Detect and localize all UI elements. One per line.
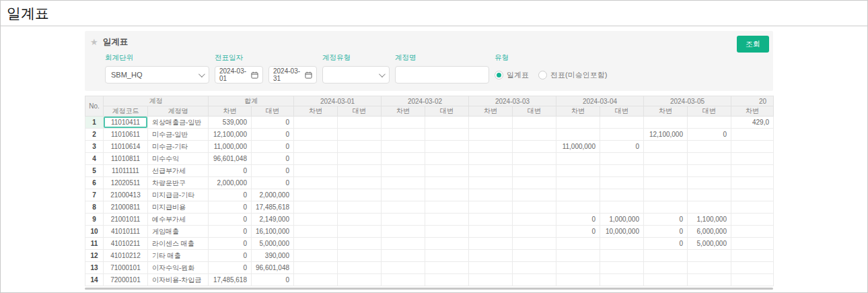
table-cell[interactable] xyxy=(600,238,644,250)
table-cell[interactable] xyxy=(294,117,338,129)
table-cell[interactable]: 미지급비용 xyxy=(148,201,209,214)
table-cell[interactable] xyxy=(294,226,338,238)
table-cell[interactable] xyxy=(338,226,382,238)
table-cell[interactable] xyxy=(513,129,556,141)
table-cell[interactable] xyxy=(382,165,425,177)
table-cell[interactable]: 12020511 xyxy=(104,177,148,189)
table-cell[interactable] xyxy=(688,274,731,286)
table-cell[interactable] xyxy=(556,262,600,274)
table-cell[interactable]: 11,000,000 xyxy=(556,141,600,153)
table-cell[interactable] xyxy=(644,141,688,153)
table-cell[interactable] xyxy=(294,238,338,250)
type-option-daily[interactable]: 일계표 xyxy=(495,70,529,80)
table-cell[interactable] xyxy=(688,177,731,189)
table-cell[interactable]: 2,000,000 xyxy=(252,189,294,201)
table-cell[interactable] xyxy=(688,262,731,274)
table-cell[interactable] xyxy=(338,274,382,286)
table-cell[interactable] xyxy=(338,250,382,262)
table-cell[interactable] xyxy=(469,153,513,165)
table-cell[interactable] xyxy=(338,189,382,201)
type-option-voucher[interactable]: 전표(미승인포함) xyxy=(538,70,607,80)
table-cell[interactable]: 71000101 xyxy=(104,262,148,274)
table-cell[interactable]: 0 xyxy=(644,214,688,226)
table-cell[interactable]: 72000101 xyxy=(104,274,148,286)
table-cell[interactable] xyxy=(644,250,688,262)
table-cell[interactable] xyxy=(338,262,382,274)
table-cell[interactable] xyxy=(513,141,556,153)
table-cell[interactable] xyxy=(425,262,469,274)
table-cell[interactable] xyxy=(731,189,774,201)
table-cell[interactable] xyxy=(688,189,731,201)
table-cell[interactable]: 0 xyxy=(252,141,294,153)
table-cell[interactable]: 차량운반구 xyxy=(148,177,209,189)
table-cell[interactable]: 미지급금-기타 xyxy=(148,189,209,201)
table-cell[interactable] xyxy=(425,226,469,238)
table-cell[interactable]: 0 xyxy=(209,214,252,226)
table-cell[interactable] xyxy=(425,129,469,141)
table-cell[interactable]: 0 xyxy=(209,201,252,214)
table-cell[interactable] xyxy=(338,177,382,189)
table-cell[interactable] xyxy=(513,165,556,177)
row-number-cell[interactable]: 7 xyxy=(85,189,104,201)
table-cell[interactable] xyxy=(469,214,513,226)
table-cell[interactable] xyxy=(382,117,425,129)
table-cell[interactable] xyxy=(556,117,600,129)
table-cell[interactable]: 미수수익 xyxy=(148,153,209,165)
horizontal-scrollbar[interactable] xyxy=(85,288,773,290)
table-cell[interactable] xyxy=(600,189,644,201)
table-cell[interactable] xyxy=(513,262,556,274)
table-cell[interactable] xyxy=(513,226,556,238)
table-cell[interactable] xyxy=(731,250,774,262)
table-cell[interactable]: 539,000 xyxy=(209,117,252,129)
table-cell[interactable] xyxy=(644,117,688,129)
table-cell[interactable]: 11010611 xyxy=(104,129,148,141)
table-cell[interactable] xyxy=(425,201,469,214)
table-cell[interactable] xyxy=(513,177,556,189)
table-cell[interactable] xyxy=(469,262,513,274)
table-cell[interactable] xyxy=(294,214,338,226)
table-cell[interactable] xyxy=(600,129,644,141)
table-cell[interactable]: 미수금-일반 xyxy=(148,129,209,141)
table-cell[interactable] xyxy=(600,117,644,129)
table-cell[interactable] xyxy=(600,177,644,189)
favorite-star-icon[interactable]: ★ xyxy=(90,37,98,47)
table-cell[interactable]: 41010212 xyxy=(104,250,148,262)
table-cell[interactable]: 0 xyxy=(644,238,688,250)
table-cell[interactable]: 0 xyxy=(209,262,252,274)
table-cell[interactable] xyxy=(382,214,425,226)
table-cell[interactable] xyxy=(469,274,513,286)
table-cell[interactable] xyxy=(644,177,688,189)
row-number-cell[interactable]: 9 xyxy=(85,214,104,226)
table-cell[interactable]: 이자비용-차입금 xyxy=(148,274,209,286)
table-cell[interactable] xyxy=(688,141,731,153)
table-cell[interactable] xyxy=(731,201,774,214)
table-cell[interactable] xyxy=(731,214,774,226)
table-cell[interactable]: 11010811 xyxy=(104,153,148,165)
table-cell[interactable]: 5,000,000 xyxy=(688,238,731,250)
table-cell[interactable] xyxy=(425,238,469,250)
table-cell[interactable]: 이자수익-원화 xyxy=(148,262,209,274)
table-cell[interactable] xyxy=(294,274,338,286)
voucher-date-to-input[interactable]: 2024-03-31 xyxy=(268,66,317,84)
calendar-icon[interactable] xyxy=(305,71,312,79)
row-number-cell[interactable]: 11 xyxy=(85,238,104,250)
table-cell[interactable] xyxy=(513,201,556,214)
table-cell[interactable]: 0 xyxy=(209,165,252,177)
table-cell[interactable]: 미수금-기타 xyxy=(148,141,209,153)
table-cell[interactable] xyxy=(688,165,731,177)
table-cell[interactable]: 12,100,000 xyxy=(209,129,252,141)
table-cell[interactable]: 외상매출금-일반 xyxy=(148,117,209,129)
table-cell[interactable]: 429,0 xyxy=(731,117,774,129)
table-cell[interactable]: 1,000,000 xyxy=(600,214,644,226)
row-number-cell[interactable]: 4 xyxy=(85,153,104,165)
search-button[interactable]: 조회 xyxy=(737,36,769,53)
table-cell[interactable] xyxy=(688,201,731,214)
table-cell[interactable] xyxy=(338,153,382,165)
table-cell[interactable]: 0 xyxy=(252,129,294,141)
table-cell[interactable] xyxy=(294,153,338,165)
table-cell[interactable] xyxy=(338,238,382,250)
table-cell[interactable]: 11,000,000 xyxy=(209,141,252,153)
table-cell[interactable] xyxy=(469,201,513,214)
table-cell[interactable] xyxy=(425,250,469,262)
table-cell[interactable] xyxy=(338,201,382,214)
